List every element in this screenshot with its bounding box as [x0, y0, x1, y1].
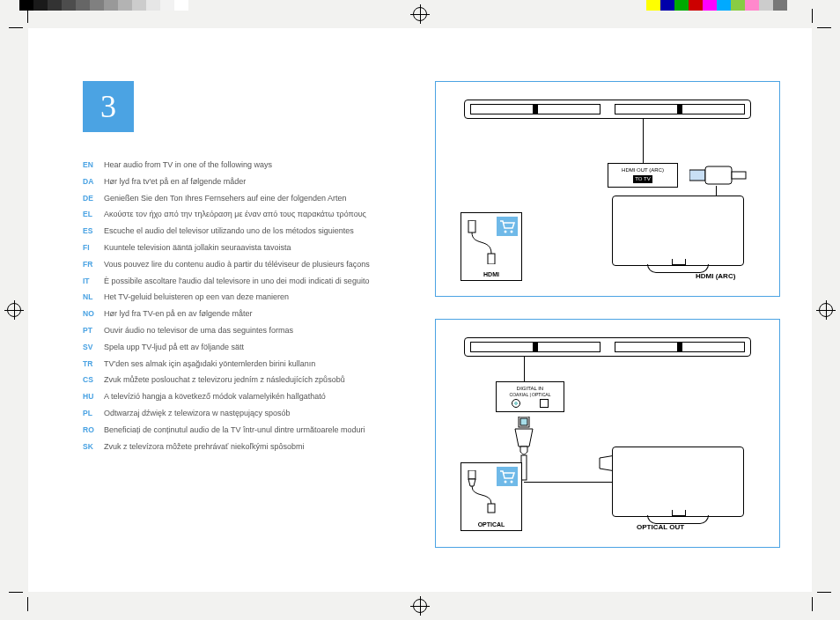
language-row: FRVous pouvez lire du contenu audio à pa…	[83, 258, 409, 271]
digital-in-port-callout: DIGITAL IN COAXIAL | OPTICAL	[496, 381, 564, 412]
tv-illustration	[612, 196, 744, 282]
tv-illustration	[612, 447, 744, 533]
soundbar-illustration	[464, 100, 751, 119]
tv-port-label: HDMI (ARC)	[696, 272, 735, 280]
language-code: FR	[83, 258, 104, 271]
color-swatch	[90, 0, 104, 11]
color-swatch	[62, 0, 76, 11]
language-row: ESEscuche el audio del televisor utiliza…	[83, 225, 409, 238]
language-row: CSZvuk můžete poslouchat z televizoru je…	[83, 373, 409, 387]
language-row: SKZvuk z televízora môžete prehrávať nie…	[83, 440, 409, 454]
svg-rect-5	[488, 254, 495, 264]
language-row: NOHør lyd fra TV-en på en av følgende må…	[83, 307, 409, 321]
language-row: HUA televízió hangja a következő módok v…	[83, 390, 409, 403]
language-code: SK	[83, 440, 104, 454]
printer-colorbar-grayscale	[19, 0, 188, 11]
port-label-line1: HDMI OUT (ARC)	[614, 167, 672, 173]
registration-mark-left	[7, 303, 21, 317]
cart-icon	[497, 217, 518, 236]
crop-mark	[812, 9, 813, 23]
color-swatch	[118, 0, 132, 11]
language-code: NL	[83, 291, 104, 304]
language-code: DA	[83, 175, 104, 188]
cable-label: OPTICAL	[461, 521, 521, 528]
step-number: 3	[100, 88, 116, 125]
language-row: PLOdtwarzaj dźwięk z telewizora w następ…	[83, 407, 409, 420]
registration-mark-top	[413, 7, 427, 21]
color-swatch	[33, 0, 48, 11]
crop-mark	[817, 27, 831, 28]
language-text: Hør lyd fra tv'et på en af følgende måde…	[104, 175, 409, 188]
step-number-box: 3	[83, 81, 134, 132]
language-code: HU	[83, 390, 104, 403]
language-code: CS	[83, 373, 104, 387]
color-swatch	[703, 0, 717, 11]
svg-rect-1	[705, 166, 732, 184]
diagram-optical: DIGITAL IN COAXIAL | OPTICAL	[435, 319, 780, 548]
svg-point-6	[505, 231, 507, 233]
color-swatch	[773, 0, 787, 11]
language-instructions-list: ENHear audio from TV in one of the follo…	[83, 159, 409, 456]
crop-mark	[9, 27, 23, 28]
registration-mark-right	[819, 303, 833, 317]
language-text: Spela upp TV-ljud på ett av följande sät…	[104, 341, 409, 354]
color-swatch	[19, 0, 33, 11]
crop-mark	[812, 597, 813, 611]
svg-rect-14	[488, 504, 495, 513]
hdmi-cable-accessory: HDMI	[461, 212, 522, 281]
language-text: Odtwarzaj dźwięk z telewizora w następuj…	[104, 407, 409, 420]
color-swatch	[132, 0, 146, 11]
language-text: Zvuk z televízora môžete prehrávať nieko…	[104, 440, 409, 454]
language-code: DE	[83, 192, 104, 205]
language-row: TRTV'den ses almak için aşağıdaki yöntem…	[83, 358, 409, 371]
language-text: Kuuntele television ääntä jollakin seura…	[104, 241, 409, 255]
color-swatch	[745, 0, 759, 11]
soundbar-illustration	[464, 337, 751, 357]
connector-line	[524, 357, 525, 381]
language-text: TV'den ses almak için aşağıdaki yöntemle…	[104, 358, 409, 371]
color-swatch	[759, 0, 773, 11]
port-label-line2: COAXIAL | OPTICAL	[502, 392, 558, 397]
language-code: SV	[83, 341, 104, 354]
page-content: 3 ENHear audio from TV in one of the fol…	[28, 28, 812, 592]
language-row: NLHet TV-geluid beluisteren op een van d…	[83, 291, 409, 304]
language-text: Zvuk můžete poslouchat z televizoru jedn…	[104, 373, 409, 387]
language-text: Ouvir áudio no televisor de uma das segu…	[104, 324, 409, 337]
language-row: ELΑκούστε τον ήχο από την τηλεόραση με έ…	[83, 208, 409, 221]
color-swatch	[674, 0, 689, 11]
color-swatch	[731, 0, 745, 11]
svg-point-15	[505, 481, 507, 483]
color-swatch	[174, 0, 188, 11]
svg-rect-3	[468, 220, 475, 232]
color-swatch	[689, 0, 703, 11]
language-text: Hear audio from TV in one of the followi…	[104, 159, 409, 172]
color-swatch	[717, 0, 731, 11]
language-code: NO	[83, 307, 104, 321]
language-code: FI	[83, 241, 104, 255]
language-text: Genießen Sie den Ton Ihres Fernsehers au…	[104, 192, 409, 205]
color-swatch	[48, 0, 62, 11]
language-row: DAHør lyd fra tv'et på en af følgende må…	[83, 175, 409, 188]
crop-mark	[817, 592, 831, 593]
crop-mark	[9, 592, 23, 593]
language-text: Hør lyd fra TV-en på en av følgende måte…	[104, 307, 409, 321]
color-swatch	[160, 0, 174, 11]
language-text: Ακούστε τον ήχο από την τηλεόραση με ένα…	[104, 208, 409, 221]
language-row: FIKuuntele television ääntä jollakin seu…	[83, 241, 409, 255]
language-code: TR	[83, 358, 104, 371]
language-row: SVSpela upp TV-ljud på ett av följande s…	[83, 341, 409, 354]
language-row: PTOuvir áudio no televisor de uma das se…	[83, 324, 409, 337]
language-code: ES	[83, 225, 104, 238]
svg-rect-9	[520, 418, 527, 425]
tv-port-label: OPTICAL OUT	[637, 523, 684, 531]
color-swatch	[660, 0, 674, 11]
language-text: Escuche el audio del televisor utilizand…	[104, 225, 409, 238]
color-swatch	[76, 0, 90, 11]
language-code: RO	[83, 424, 104, 437]
svg-rect-2	[732, 172, 746, 179]
crop-mark	[27, 9, 28, 23]
language-text: È possibile ascoltare l'audio dal televi…	[104, 275, 409, 288]
port-label-line2: TO TV	[633, 175, 652, 183]
language-code: IT	[83, 275, 104, 288]
language-row: ENHear audio from TV in one of the follo…	[83, 159, 409, 172]
